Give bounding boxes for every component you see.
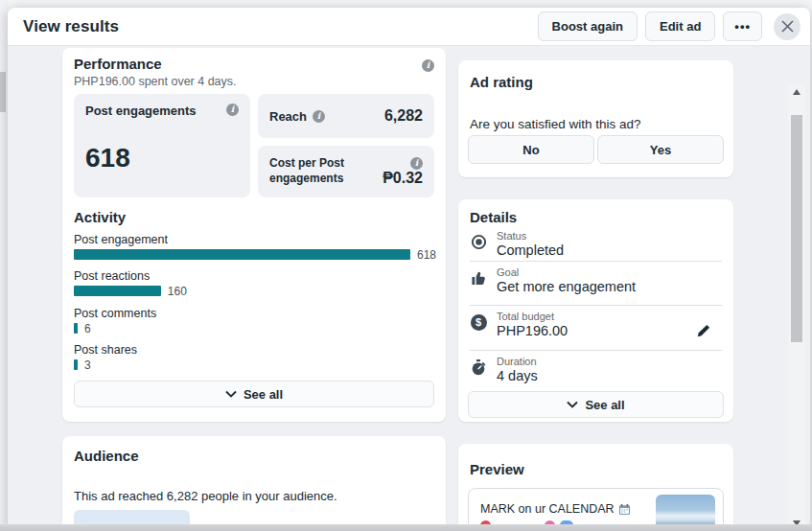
page-scrollbar-fragment — [0, 72, 6, 112]
post-engagements-tile: Post engagements 618 — [74, 94, 250, 197]
audience-description: This ad reached 6,282 people in your aud… — [74, 489, 434, 503]
post-text: MARK on ur CALENDAR — [480, 502, 615, 516]
more-options-button[interactable]: ••• — [723, 12, 762, 41]
budget-label: Total budget — [497, 311, 568, 322]
close-icon — [780, 19, 795, 34]
activity-bar — [74, 249, 410, 260]
performance-subtitle: PHP196.00 spent over 4 days. — [74, 75, 237, 88]
performance-heading: Performance — [74, 56, 237, 72]
activity-row-label: Post engagement — [74, 233, 168, 246]
details-see-all-button[interactable]: See all — [468, 391, 724, 418]
post-engagements-info-icon[interactable] — [226, 104, 239, 116]
ad-rating-question: Are you satisfied with this ad? — [470, 117, 724, 131]
divider — [470, 350, 722, 351]
rating-no-button[interactable]: No — [468, 135, 594, 164]
cost-label: Cost per Post engagements — [269, 156, 361, 186]
budget-dollar-icon — [470, 313, 487, 331]
reach-label: Reach — [269, 109, 307, 124]
activity-row-label: Post comments — [74, 307, 156, 320]
divider — [470, 261, 722, 262]
chevron-down-icon — [567, 401, 578, 408]
pencil-icon — [695, 322, 720, 339]
activity-bar-value: 618 — [417, 248, 436, 262]
boost-again-button[interactable]: Boost again — [538, 12, 638, 41]
activity-bar — [74, 359, 78, 370]
preview-card: Preview MARK on ur CALENDAR — [458, 444, 733, 531]
rating-yes-button[interactable]: Yes — [597, 135, 724, 164]
underlying-page-edge — [0, 0, 8, 531]
ad-rating-card: Ad rating Are you satisfied with this ad… — [458, 60, 733, 177]
duration-stopwatch-icon — [470, 358, 487, 376]
detail-row-budget: Total budget PHP196.00 — [470, 311, 722, 338]
edit-ad-button[interactable]: Edit ad — [645, 12, 715, 41]
preview-heading: Preview — [470, 461, 724, 477]
goal-value: Get more engagement — [497, 279, 636, 294]
view-results-dialog: View results Boost again Edit ad ••• Per… — [8, 8, 810, 531]
status-icon — [470, 233, 487, 250]
budget-value: PHP196.00 — [497, 323, 568, 338]
detail-row-goal: Goal Get more engagement — [470, 266, 722, 294]
dialog-title: View results — [23, 17, 119, 36]
audience-card: Audience This ad reached 6,282 people in… — [62, 436, 446, 531]
activity-bar-value: 6 — [84, 322, 91, 335]
duration-label: Duration — [497, 356, 538, 367]
detail-row-duration: Duration 4 days — [470, 356, 722, 383]
activity-row-label: Post reactions — [74, 269, 150, 283]
status-value: Completed — [497, 242, 564, 258]
goal-label: Goal — [497, 266, 636, 278]
header-actions: Boost again Edit ad ••• — [538, 12, 800, 41]
post-engagements-label: Post engagements — [85, 104, 197, 118]
cost-info-icon[interactable] — [410, 157, 423, 170]
activity-see-all-button[interactable]: See all — [74, 381, 434, 407]
reach-info-icon[interactable] — [313, 110, 325, 123]
scrollbar-thumb[interactable] — [791, 115, 802, 342]
detail-row-status: Status Completed — [470, 230, 722, 258]
duration-value: 4 days — [497, 368, 538, 383]
details-card: Details Status Completed — [458, 199, 733, 422]
metric-tiles: Post engagements 618 Reach 6,282 Cost pe… — [74, 94, 434, 197]
performance-card: Performance PHP196.00 spent over 4 days.… — [62, 48, 446, 422]
dialog-content: Performance PHP196.00 spent over 4 days.… — [8, 46, 810, 531]
activity-row-label: Post shares — [74, 343, 137, 357]
dialog-header: View results Boost again Edit ad ••• — [8, 8, 810, 46]
reach-value: 6,282 — [384, 107, 423, 125]
see-all-label: See all — [244, 387, 283, 402]
post-engagements-value: 618 — [85, 143, 239, 173]
screen: View results Boost again Edit ad ••• Per… — [0, 0, 812, 531]
activity-bar-value: 160 — [168, 285, 187, 298]
scrollbar-up-arrow[interactable] — [788, 85, 805, 99]
chevron-down-icon — [225, 390, 237, 398]
activity-bar — [74, 323, 78, 334]
divider — [470, 305, 722, 306]
details-heading: Details — [470, 209, 724, 225]
status-label: Status — [497, 230, 564, 242]
goal-thumbs-up-icon — [470, 269, 487, 287]
audience-heading: Audience — [74, 448, 434, 464]
dialog-scrollbar[interactable] — [788, 84, 805, 531]
activity-bar — [74, 286, 161, 296]
calendar-emoji-icon — [618, 503, 631, 516]
edit-budget-button[interactable] — [695, 318, 720, 343]
activity-bar-value: 3 — [84, 358, 91, 372]
screen-bottom-edge — [0, 524, 812, 531]
activity-heading: Activity — [74, 209, 126, 225]
reach-tile: Reach 6,282 — [258, 94, 434, 138]
cost-value: ₱0.32 — [383, 170, 423, 187]
cost-tile: Cost per Post engagements ₱0.32 — [258, 146, 434, 197]
ad-rating-heading: Ad rating — [470, 74, 724, 90]
performance-info-icon[interactable] — [422, 59, 434, 72]
see-all-label: See all — [585, 398, 624, 412]
close-button[interactable] — [774, 13, 800, 40]
